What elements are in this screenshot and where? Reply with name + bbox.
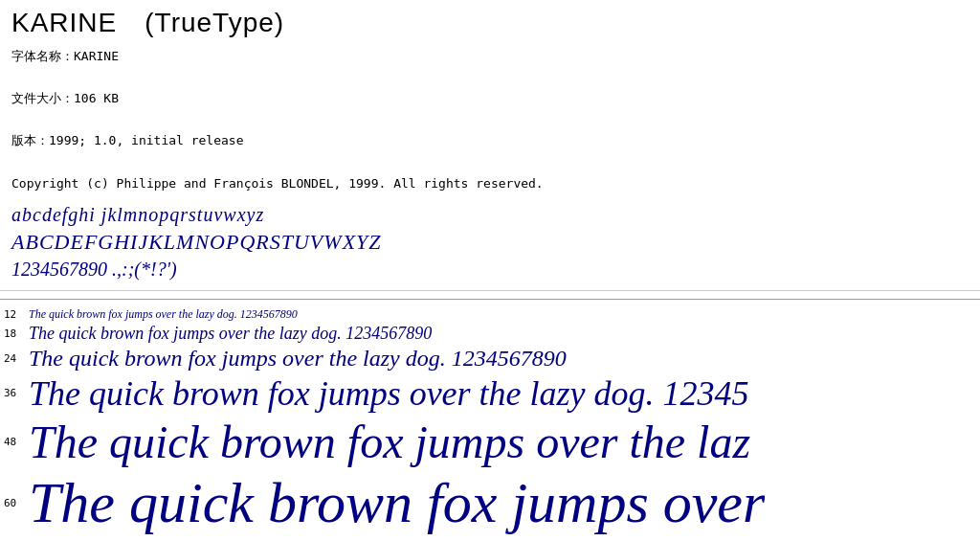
preview-text-24: The quick brown fox jumps over the lazy … [29, 346, 567, 372]
preview-text-36: The quick brown fox jumps over the lazy … [29, 373, 749, 414]
preview-row-48: 48 The quick brown fox jumps over the la… [4, 416, 976, 468]
preview-row-12: 12 The quick brown fox jumps over the la… [4, 307, 976, 322]
font-name-value: KARINE [74, 49, 119, 63]
size-label-48: 48 [4, 436, 23, 448]
alphabet-section: abcdefghi jklmnopqrstuvwxyz ABCDEFGHIJKL… [11, 204, 969, 281]
size-label-24: 24 [4, 352, 23, 365]
preview-row-36: 36 The quick brown fox jumps over the la… [4, 373, 976, 414]
font-title: KARINE (TrueType) [11, 8, 969, 38]
font-size-value: 106 KB [74, 91, 119, 105]
preview-row-24: 24 The quick brown fox jumps over the la… [4, 346, 976, 372]
alphabet-numbers: 1234567890 .,:;(*!?') [11, 259, 969, 281]
app-window: KARINE (TrueType) 字体名称：KARINE 文件大小：106 K… [0, 0, 980, 536]
font-size-label: 文件大小： [11, 91, 74, 105]
preview-row-18: 18 The quick brown fox jumps over the la… [4, 324, 976, 344]
alphabet-lower: abcdefghi jklmnopqrstuvwxyz [11, 204, 969, 226]
section-divider [0, 299, 980, 300]
preview-row-60: 60 The quick brown fox jumps over [4, 470, 976, 536]
font-copyright-value: Copyright (c) Philippe and François BLON… [11, 176, 544, 191]
header-section: KARINE (TrueType) 字体名称：KARINE 文件大小：106 K… [0, 0, 980, 291]
font-name-row: 字体名称：KARINE [11, 46, 969, 67]
font-version-value: 1999; 1.0, initial release [49, 133, 244, 147]
size-label-12: 12 [4, 308, 23, 321]
preview-text-12: The quick brown fox jumps over the lazy … [29, 307, 298, 322]
font-version-row: 版本：1999; 1.0, initial release [11, 130, 969, 151]
preview-section: 12 The quick brown fox jumps over the la… [0, 307, 980, 536]
preview-text-48: The quick brown fox jumps over the laz [29, 416, 750, 468]
font-copyright-row: Copyright (c) Philippe and François BLON… [11, 173, 969, 194]
size-label-18: 18 [4, 327, 23, 340]
alphabet-upper: ABCDEFGHIJKLMNOPQRSTUVWXYZ [11, 230, 969, 255]
font-version-label: 版本： [11, 133, 49, 147]
preview-text-18: The quick brown fox jumps over the lazy … [29, 324, 432, 344]
size-label-36: 36 [4, 387, 23, 399]
font-name-label: 字体名称： [11, 49, 74, 63]
preview-text-60: The quick brown fox jumps over [29, 470, 765, 536]
size-label-60: 60 [4, 497, 23, 509]
font-metadata: 字体名称：KARINE 文件大小：106 KB 版本：1999; 1.0, in… [11, 46, 969, 194]
font-size-row: 文件大小：106 KB [11, 88, 969, 109]
